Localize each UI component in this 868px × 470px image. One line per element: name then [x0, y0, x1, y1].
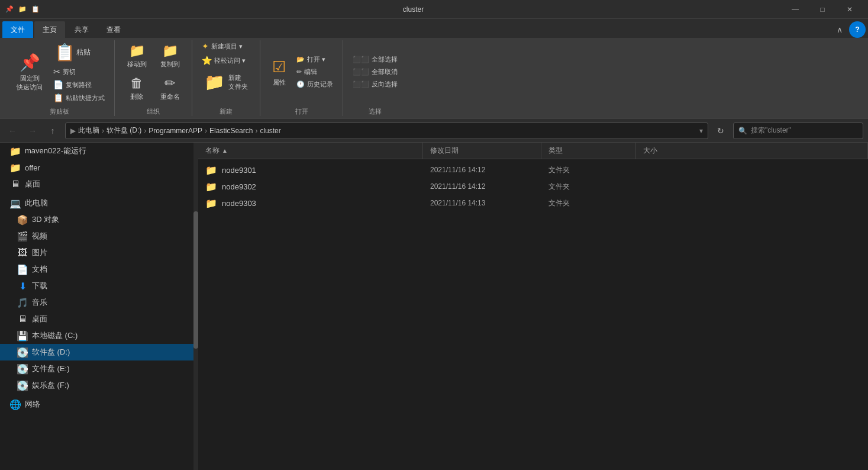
sidebar-item-pictures[interactable]: 🖼 图片	[0, 244, 193, 261]
ribbon-help-button[interactable]: ?	[849, 21, 866, 38]
sidebar-item-label: 桌面	[25, 179, 40, 189]
copy-path-button[interactable]: 📄 复制路径	[51, 79, 107, 91]
sidebar-item-video[interactable]: 🎬 视频	[0, 228, 193, 244]
tab-share[interactable]: 共享	[66, 21, 97, 38]
sidebar-item-local-c[interactable]: 💾 本地磁盘 (C:)	[0, 327, 193, 344]
path-elasticsearch[interactable]: ElasticSearch	[209, 127, 253, 135]
col-type-label: 类型	[548, 146, 563, 156]
paste-shortcut-button[interactable]: 📋 粘贴快捷方式	[51, 92, 107, 104]
file-name: node9302	[222, 182, 256, 191]
invert-icon: ⬛⬛	[353, 81, 369, 88]
open-label: 打开 ▾	[307, 55, 325, 64]
tab-view[interactable]: 查看	[98, 21, 129, 38]
select-all-button[interactable]: ⬛⬛ 全部选择	[350, 54, 400, 65]
sidebar-item-documents[interactable]: 📄 文档	[0, 261, 193, 278]
file-date-cell: 2021/11/16 14:13	[423, 199, 541, 207]
sidebar-item-enter-f[interactable]: 💽 娱乐盘 (F:)	[0, 377, 193, 394]
clipboard-group-label: 剪贴板	[50, 107, 69, 116]
column-header-name[interactable]: 名称 ▲	[198, 143, 423, 159]
desktop2-icon: 🖥	[17, 314, 28, 324]
edit-label: 编辑	[304, 67, 317, 76]
column-header-type[interactable]: 类型	[541, 143, 636, 159]
sidebar-item-maven022[interactable]: 📁 maven022-能运行	[0, 143, 193, 159]
new-project-button[interactable]: ✦ 新建项目 ▾	[199, 40, 245, 52]
file-list: 📁 node9301 2021/11/16 14:12 文件夹 📁 node93…	[198, 159, 868, 470]
title-bar: 📌 📁 📋 cluster — □ ✕	[0, 0, 868, 19]
deselect-all-label: 全部取消	[372, 67, 398, 76]
refresh-button[interactable]: ↻	[713, 123, 728, 139]
edit-button[interactable]: ✏ 编辑	[294, 66, 335, 78]
nav-up-button[interactable]: ↑	[45, 123, 60, 139]
path-softd[interactable]: 软件盘 (D:)	[107, 125, 141, 136]
sidebar-item-soft-d[interactable]: 💽 软件盘 (D:)	[0, 344, 193, 360]
sort-icon: ▲	[222, 147, 228, 154]
file-date: 2021/11/16 14:13	[430, 199, 485, 207]
tab-home[interactable]: 主页	[34, 21, 65, 38]
path-programmerapp[interactable]: ProgrammerAPP	[149, 127, 202, 135]
search-box[interactable]: 🔍 搜索"cluster"	[733, 123, 863, 139]
open-button[interactable]: 📂 打开 ▾	[294, 54, 335, 65]
sidebar-scrollbar-thumb[interactable]	[193, 211, 198, 349]
column-header-date[interactable]: 修改日期	[423, 143, 541, 159]
rename-label: 重命名	[160, 92, 180, 101]
maximize-button[interactable]: □	[809, 0, 836, 19]
minimize-button[interactable]: —	[782, 0, 809, 19]
move-to-button[interactable]: 📁 移动到	[122, 41, 151, 71]
paste-shortcut-label: 粘贴快捷方式	[66, 94, 105, 102]
paste-button[interactable]: 📋 粘贴	[51, 40, 107, 65]
sidebar-item-3d[interactable]: 📦 3D 对象	[0, 211, 193, 228]
paste-shortcut-icon: 📋	[53, 93, 63, 102]
sidebar-container: 📁 maven022-能运行 📁 offer 🖥 桌面 💻 此电脑 📦 3D 对…	[0, 143, 198, 470]
path-thispc[interactable]: 此电脑	[78, 125, 99, 136]
history-button[interactable]: 🕐 历史记录	[294, 79, 335, 90]
open-group-label: 打开	[295, 107, 308, 116]
sidebar-item-label: 文档	[32, 264, 47, 275]
copy-to-button[interactable]: 📁 复制到	[155, 41, 185, 71]
file-name: node9303	[222, 199, 256, 208]
sidebar-item-thispc[interactable]: 💻 此电脑	[0, 195, 193, 211]
sidebar-item-desktop2[interactable]: 🖥 桌面	[0, 311, 193, 327]
sidebar-item-desktop1[interactable]: 🖥 桌面	[0, 176, 193, 192]
tab-file[interactable]: 文件	[2, 21, 33, 38]
properties-button[interactable]: ☑ 属性	[267, 54, 291, 91]
sidebar-item-downloads[interactable]: ⬇ 下载	[0, 278, 193, 294]
path-dropdown-icon[interactable]: ▾	[699, 127, 703, 135]
easy-access-button[interactable]: ⭐ 轻松访问 ▾	[199, 54, 248, 66]
sidebar-item-label: 网络	[25, 399, 40, 410]
table-row[interactable]: 📁 node9303 2021/11/16 14:13 文件夹	[198, 195, 868, 211]
file-date: 2021/11/16 14:12	[430, 166, 485, 174]
column-header-size[interactable]: 大小	[636, 143, 868, 159]
file-type-cell: 文件夹	[541, 182, 636, 192]
table-row[interactable]: 📁 node9302 2021/11/16 14:12 文件夹	[198, 178, 868, 195]
sidebar-item-network[interactable]: 🌐 网络	[0, 396, 193, 413]
path-cluster[interactable]: cluster	[260, 127, 280, 135]
ribbon-collapse-button[interactable]: ∧	[831, 21, 848, 38]
new-project-icon: ✦	[202, 41, 209, 51]
pin-to-quickaccess-button[interactable]: 📌 固定到快速访问	[12, 49, 47, 95]
sidebar-item-label: 软件盘 (D:)	[32, 347, 70, 358]
delete-button[interactable]: 🗑 删除	[122, 73, 151, 104]
properties-icon: ☑	[272, 57, 286, 76]
address-path[interactable]: ▶ 此电脑 › 软件盘 (D:) › ProgrammerAPP › Elast…	[65, 123, 708, 139]
nav-forward-button[interactable]: →	[25, 123, 40, 139]
sidebar-item-music[interactable]: 🎵 音乐	[0, 294, 193, 311]
nav-back-button[interactable]: ←	[5, 123, 20, 139]
rename-button[interactable]: ✏ 重命名	[155, 73, 185, 104]
invert-selection-button[interactable]: ⬛⬛ 反向选择	[350, 79, 400, 90]
sidebar-item-offer[interactable]: 📁 offer	[0, 159, 193, 176]
new-folder-button[interactable]: 📁 新建文件夹	[199, 69, 253, 95]
ribbon-group-open: ☑ 属性 📂 打开 ▾ ✏ 编辑 🕐 历史记录	[260, 40, 343, 116]
file-name-cell: 📁 node9303	[198, 198, 423, 209]
sidebar-scrollbar[interactable]	[193, 143, 198, 470]
deselect-all-button[interactable]: ⬛⬛ 全部取消	[350, 66, 400, 78]
close-button[interactable]: ✕	[836, 0, 863, 19]
sidebar-item-label: 图片	[32, 247, 47, 258]
pictures-icon: 🖼	[17, 247, 28, 258]
table-row[interactable]: 📁 node9301 2021/11/16 14:12 文件夹	[198, 162, 868, 178]
file-date: 2021/11/16 14:12	[430, 182, 485, 191]
col-date-label: 修改日期	[430, 146, 459, 156]
sidebar-item-file-e[interactable]: 💽 文件盘 (E:)	[0, 360, 193, 377]
video-icon: 🎬	[17, 231, 28, 242]
cut-button[interactable]: ✂ 剪切	[51, 66, 107, 78]
address-bar: ← → ↑ ▶ 此电脑 › 软件盘 (D:) › ProgrammerAPP ›…	[0, 119, 868, 143]
